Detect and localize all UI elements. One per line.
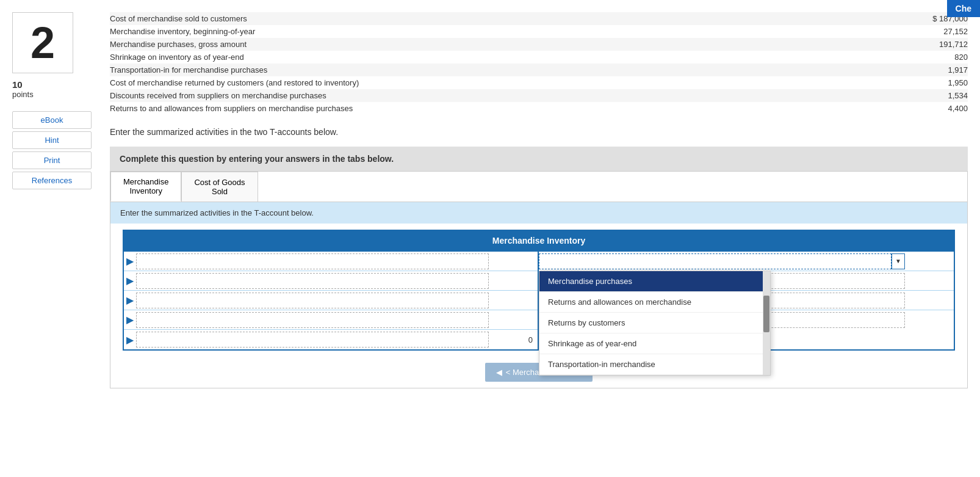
table-row: Merchandise purchases, gross amount 191,… xyxy=(110,38,968,51)
table-row: Cost of merchandise returned by customer… xyxy=(110,76,968,89)
table-row: Returns to and allowances from suppliers… xyxy=(110,102,968,115)
left-input-4[interactable] xyxy=(136,312,489,328)
t-account-wrapper: Merchandise Inventory ▶ ▶ xyxy=(123,230,955,351)
row-value: 820 xyxy=(907,53,968,62)
points-value: 10 xyxy=(12,79,92,90)
t-row-left-5: ▶ 0 xyxy=(124,330,538,349)
table-row: Cost of merchandise sold to customers $ … xyxy=(110,12,968,25)
main-instruction: Enter the summarized activities in the t… xyxy=(110,127,968,137)
question-number: 2 xyxy=(12,12,73,73)
arrow-icon-1: ▶ xyxy=(124,255,136,267)
dropdown-overlay: Merchandise purchases Returns and allowa… xyxy=(539,271,771,376)
row-label: Cost of merchandise returned by customer… xyxy=(110,78,907,87)
tab-merchandise-inventory[interactable]: MerchandiseInventory xyxy=(110,172,181,202)
row-value: 1,917 xyxy=(907,65,968,75)
dropdown-option-returns-customers[interactable]: Returns by customers xyxy=(539,313,770,333)
dropdown-option-merchandise-purchases[interactable]: Merchandise purchases xyxy=(539,271,770,292)
t-row-left-3: ▶ xyxy=(124,291,538,310)
t-account-body: ▶ ▶ ▶ xyxy=(124,250,954,349)
table-row: Discounts received from suppliers on mer… xyxy=(110,89,968,102)
arrow-icon-3: ▶ xyxy=(124,294,136,306)
points-label: 10 points xyxy=(12,79,92,99)
table-row: Transportation-in for merchandise purcha… xyxy=(110,64,968,76)
row-value: 1,534 xyxy=(907,91,968,100)
top-bar-label: Che xyxy=(947,0,980,17)
tab-cost-of-goods-sold[interactable]: Cost of GoodsSold xyxy=(181,172,258,202)
row-value: 4,400 xyxy=(907,104,968,113)
dropdown-scrollbar-thumb xyxy=(763,296,769,332)
left-input-5[interactable] xyxy=(136,332,489,348)
tabs-header: MerchandiseInventory Cost of GoodsSold xyxy=(110,172,967,202)
row-label: Shrinkage on inventory as of year-end xyxy=(110,53,907,62)
left-input-2[interactable] xyxy=(136,273,489,289)
t-row-left-2: ▶ xyxy=(124,271,538,291)
data-table: Cost of merchandise sold to customers $ … xyxy=(110,12,968,115)
row-label: Merchandise purchases, gross amount xyxy=(110,40,907,49)
dropdown-cell: ▼ xyxy=(539,253,905,269)
left-input-1[interactable] xyxy=(136,253,489,269)
dropdown-option-transportation[interactable]: Transportation-in merchandise xyxy=(539,354,770,375)
row-label: Discounts received from suppliers on mer… xyxy=(110,91,907,100)
arrow-icon-4: ▶ xyxy=(124,314,136,326)
points-text: points xyxy=(12,90,34,99)
references-button[interactable]: References xyxy=(12,172,92,189)
row-label: Cost of merchandise sold to customers xyxy=(110,14,907,23)
dropdown-option-shrinkage[interactable]: Shrinkage as of year-end xyxy=(539,333,770,354)
hint-button[interactable]: Hint xyxy=(12,131,92,149)
right-dropdown-input[interactable] xyxy=(539,253,892,269)
arrow-icon-5: ▶ xyxy=(124,334,136,346)
t-account-instruction: Enter the summarized activities in the T… xyxy=(110,202,967,224)
t-row-right-1: ▼ Merchandise purchases Returns and allo… xyxy=(539,252,954,271)
row-value: 1,950 xyxy=(907,78,968,87)
dropdown-option-returns-allowances[interactable]: Returns and allowances on merchandise xyxy=(539,292,770,313)
row-label: Merchandise inventory, beginning-of-year xyxy=(110,27,907,36)
dropdown-scrollbar[interactable] xyxy=(763,271,770,375)
dropdown-arrow-button[interactable]: ▼ xyxy=(892,253,905,269)
row-value: 27,152 xyxy=(907,27,968,36)
t-account-title: Merchandise Inventory xyxy=(124,231,954,250)
row-label: Transportation-in for merchandise purcha… xyxy=(110,65,907,75)
row-value: 191,712 xyxy=(907,40,968,49)
t-row-left-4: ▶ xyxy=(124,310,538,330)
t-account-left: ▶ ▶ ▶ xyxy=(124,252,539,349)
ebook-button[interactable]: eBook xyxy=(12,111,92,129)
tab-content: Enter the summarized activities in the T… xyxy=(110,202,967,388)
t-row-left-1: ▶ xyxy=(124,252,538,271)
left-number-5: 0 xyxy=(489,335,538,344)
back-arrow-icon: ◀ xyxy=(496,368,502,377)
t-account-right: ▼ Merchandise purchases Returns and allo… xyxy=(539,252,954,349)
arrow-icon-2: ▶ xyxy=(124,275,136,286)
left-input-3[interactable] xyxy=(136,293,489,308)
row-label: Returns to and allowances from suppliers… xyxy=(110,104,907,113)
table-row: Merchandise inventory, beginning-of-year… xyxy=(110,25,968,38)
table-row: Shrinkage on inventory as of year-end 82… xyxy=(110,51,968,64)
tabs-container: MerchandiseInventory Cost of GoodsSold E… xyxy=(110,171,968,388)
print-button[interactable]: Print xyxy=(12,151,92,169)
sidebar-buttons: eBook Hint Print References xyxy=(12,111,92,189)
complete-banner: Complete this question by entering your … xyxy=(110,147,968,171)
